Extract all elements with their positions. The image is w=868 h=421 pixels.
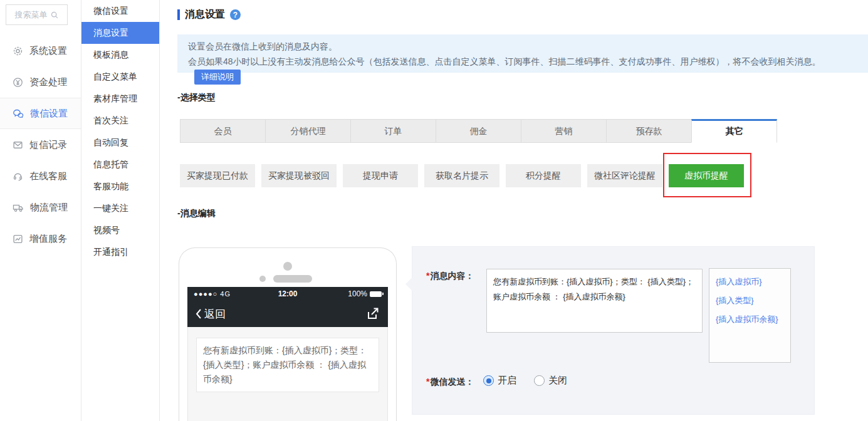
sidebar-item-online-service[interactable]: 在线客服 [0,160,81,192]
radio-off-icon[interactable] [534,375,545,386]
primary-sidebar: 搜索菜单 系统设置 资金处理 微信设置 [0,0,81,421]
insert-coin-balance-link[interactable]: {插入虚拟币余额} [716,314,784,325]
phone-screen: ●●●●○ 4G 12:00 100% 返回 您有 [187,287,388,421]
submenu-item-template-message[interactable]: 模板消息 [81,44,159,66]
content-label: *消息内容： [426,271,474,282]
insert-virtual-coin-link[interactable]: {插入虚拟币} [716,276,784,288]
wechat-send-radio-group: 开启 关闭 [483,375,567,387]
battery-icon [370,291,382,297]
radio-option-on[interactable]: 开启 [483,375,516,387]
sidebar-item-label: 资金处理 [29,76,67,88]
type-button-points-reminder[interactable]: 积分提醒 [506,164,581,187]
clock: 12:00 [256,289,319,298]
tab-commission[interactable]: 佣金 [436,119,521,143]
message-content-textarea[interactable] [486,269,703,333]
tab-deposit[interactable]: 预存款 [606,119,692,143]
phone-content-area: 您有新虚拟币到账：{插入虚拟币}；类型：{插入类型}；账户虚拟币余额 ： {插入… [187,327,388,421]
secondary-sidebar: 微信设置 消息设置 模板消息 自定义菜单 素材库管理 首次关注 自动回复 信息托… [81,0,160,421]
submenu-item-custom-menu[interactable]: 自定义菜单 [81,66,159,88]
submenu-item-auto-reply[interactable]: 自动回复 [81,132,159,153]
page-title: 消息设置 ? [177,8,241,21]
tab-member[interactable]: 会员 [180,119,266,143]
phone-message-preview: 您有新虚拟币到账：{插入虚拟币}；类型：{插入类型}；账户虚拟币余额 ： {插入… [196,338,379,392]
sidebar-item-label: 增值服务 [29,233,67,245]
signal-indicator: ●●●●○ 4G [194,290,256,298]
truck-icon [13,202,24,213]
submenu-item-message-settings[interactable]: 消息设置 [81,22,159,44]
tab-distribution-agent[interactable]: 分销代理 [265,119,351,143]
message-edit-label: -消息编辑 [177,208,216,219]
sidebar-item-label: 系统设置 [29,45,67,57]
required-marker: * [426,377,429,387]
submenu-item-first-follow[interactable]: 首次关注 [81,110,159,132]
select-type-label: -选择类型 [177,92,216,103]
phone-preview: ●●●●○ 4G 12:00 100% 返回 您有 [179,247,397,421]
sidebar-item-label: 微信设置 [30,108,68,120]
sidebar-item-system-settings[interactable]: 系统设置 [0,35,81,66]
chart-icon [13,234,23,244]
message-type-buttons: 买家提现已付款 买家提现被驳回 提现申请 获取名片提示 积分提醒 微社区评论提醒… [180,164,744,187]
page-title-text: 消息设置 [185,8,225,21]
insert-type-link[interactable]: {插入类型} [716,295,784,306]
search-placeholder: 搜索菜单 [15,9,48,21]
search-icon [50,11,59,19]
sidebar-item-label: 物流管理 [30,202,68,214]
sidebar-item-funds[interactable]: 资金处理 [0,66,81,98]
phone-speaker-bar [273,275,312,283]
panel-callout-arrow [405,278,419,291]
submenu-item-media-library[interactable]: 素材库管理 [81,88,159,110]
type-button-get-card-tip[interactable]: 获取名片提示 [424,164,499,187]
notice-line2: 会员如果48小时以上没有主动发消息给公众号（包括发送信息、点击自定义菜单、订阅事… [188,54,859,85]
submenu-item-one-key-follow[interactable]: 一键关注 [81,197,159,219]
type-button-withdraw-rejected[interactable]: 买家提现被驳回 [261,164,337,187]
tab-marketing[interactable]: 营销 [521,119,607,143]
search-input[interactable]: 搜索菜单 [6,4,68,25]
wechat-icon [13,108,24,119]
detail-help-button[interactable]: 详细说明 [194,70,241,85]
radio-on-icon[interactable] [483,375,494,386]
type-button-community-comment[interactable]: 微社区评论提醒 [587,164,662,187]
battery-percent: 100% [348,289,367,298]
submenu-item-info-hosting[interactable]: 信息托管 [81,153,159,175]
phone-statusbar: ●●●●○ 4G 12:00 100% [187,287,388,301]
sidebar-item-wechat-settings[interactable]: 微信设置 [0,98,81,129]
chevron-left-icon [195,308,202,320]
submenu-item-service-function[interactable]: 客服功能 [81,175,159,197]
submenu-item-wechat-settings[interactable]: 微信设置 [81,0,159,22]
main-content: 消息设置 ? 设置会员在微信上收到的消息及内容。 会员如果48小时以上没有主动发… [160,0,868,421]
help-icon[interactable]: ? [230,9,241,20]
sidebar-item-label: 短信记录 [29,139,67,151]
share-icon[interactable] [365,307,380,321]
submenu-item-video-account[interactable]: 视频号 [81,219,159,241]
required-marker: * [426,271,429,281]
notice-box: 设置会员在微信上收到的消息及内容。 会员如果48小时以上没有主动发消息给公众号（… [177,34,868,73]
tab-other[interactable]: 其它 [691,119,777,143]
gear-icon [13,46,23,56]
phone-camera-dot [283,262,292,271]
sidebar-item-logistics[interactable]: 物流管理 [0,192,81,223]
phone-sensor-dot [259,276,266,282]
phone-navbar: 返回 [187,301,388,327]
title-accent-bar [177,9,180,20]
sidebar-item-sms-records[interactable]: 短信记录 [0,129,81,160]
phone-speaker [179,275,396,283]
tab-order[interactable]: 订单 [350,119,436,143]
envelope-icon [13,140,23,150]
sidebar-item-value-added[interactable]: 增值服务 [0,223,81,254]
type-button-virtual-coin-reminder[interactable]: 虚拟币提醒 [669,164,744,187]
radio-option-off[interactable]: 关闭 [534,375,567,387]
message-edit-panel: *消息内容： {插入虚拟币} {插入类型} {插入虚拟币余额} *微信发送： 开… [412,246,815,415]
submenu-item-activation-guide[interactable]: 开通指引 [81,241,159,263]
type-tabs: 会员 分销代理 订单 佣金 营销 预存款 其它 [180,119,776,143]
notice-line1: 设置会员在微信上收到的消息及内容。 [188,39,859,54]
insert-variables-box: {插入虚拟币} {插入类型} {插入虚拟币余额} [709,268,791,363]
sidebar-item-label: 在线客服 [29,170,67,182]
back-button[interactable]: 返回 [195,307,226,321]
type-button-withdraw-apply[interactable]: 提现申请 [343,164,418,187]
type-button-withdraw-paid[interactable]: 买家提现已付款 [180,164,255,187]
headset-icon [13,171,23,182]
wechat-send-label: *微信发送： [426,377,474,388]
yen-icon [13,77,23,88]
